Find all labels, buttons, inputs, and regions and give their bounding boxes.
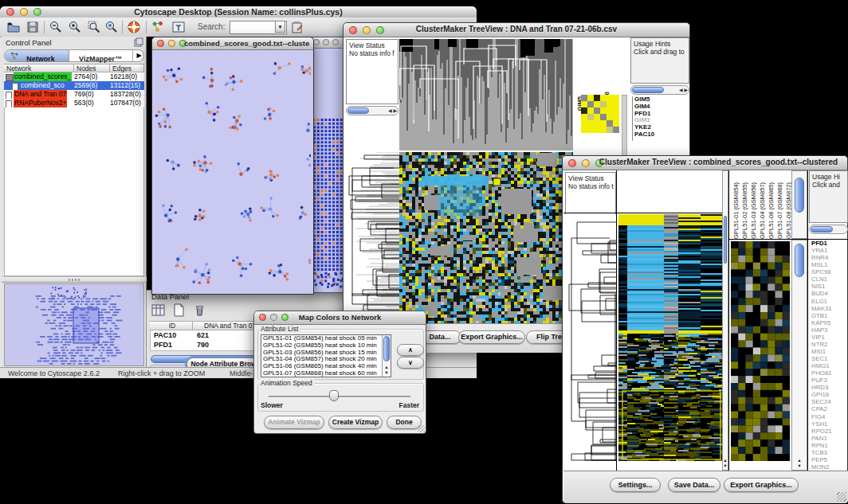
network-table-row[interactable]: RNAPuberNov2+563(0)107847(0): [4, 99, 144, 107]
tv2-gene-label[interactable]: BUD4: [811, 290, 848, 297]
tv1-zoom-cell[interactable]: [581, 101, 587, 107]
tv1-zoom-cell[interactable]: [613, 107, 619, 114]
export-graphics-button[interactable]: Export Graphics...: [724, 478, 799, 492]
tv1-usage-scrollbar[interactable]: [630, 85, 689, 95]
network-table-row[interactable]: DNA and Tran 07769(0)183728(0): [4, 90, 144, 99]
tv2-gene-label[interactable]: SEC1: [811, 355, 848, 362]
filter-window-icon[interactable]: [171, 20, 186, 34]
tv2-row-dendrogram[interactable]: [563, 214, 616, 461]
tv1-zoom-cell[interactable]: [613, 101, 619, 107]
tv2-gene-label[interactable]: GPI16: [811, 391, 848, 398]
tv1-zoom-cell[interactable]: [607, 95, 613, 101]
animation-slider-track[interactable]: [269, 396, 410, 398]
tv1-row-dendrogram[interactable]: [346, 152, 399, 323]
tv2-column-label[interactable]: GPL51-06 (GSM865): [768, 182, 775, 239]
resize-grip[interactable]: [418, 425, 425, 432]
delete-attribute-icon[interactable]: [193, 303, 206, 317]
search-dropdown-button[interactable]: ▼: [275, 21, 285, 33]
tv1-zoom-cell[interactable]: [600, 120, 607, 127]
tv2-gene-label[interactable]: MON2: [811, 463, 848, 471]
tv1-zoom-cell[interactable]: [594, 101, 600, 107]
tv1-zoom-cell[interactable]: [600, 95, 607, 101]
tv1-row-labels[interactable]: GIM5GIM4PFD1GIM3YKE2PAC10: [632, 96, 692, 141]
tv2-gene-label[interactable]: MSL1: [811, 261, 848, 268]
tv2-column-tree-area[interactable]: [617, 170, 722, 213]
tv2-gene-label[interactable]: SPC98: [811, 268, 848, 275]
tv2-gene-label[interactable]: SEC24: [811, 398, 848, 405]
tv2-gene-list[interactable]: PFD1YRA1RNR4MSL1SPC98CLN1NIS1BUD4ELG1MAK…: [810, 240, 848, 471]
tv1-zoom-cell[interactable]: [581, 120, 587, 127]
animate-vizmap-button[interactable]: Animate Vizmap: [264, 416, 324, 429]
tv2-gene-label[interactable]: CPA2: [811, 405, 848, 412]
tv2-genes-vscrollbar[interactable]: [791, 240, 807, 471]
network-overview-panel[interactable]: [4, 283, 144, 366]
tv1-zoom-cell[interactable]: [607, 127, 613, 133]
tv2-gene-label[interactable]: PAN1: [811, 435, 848, 442]
move-down-button[interactable]: ∨: [397, 357, 424, 369]
tv1-zoom-cell[interactable]: [581, 114, 587, 120]
tab-network[interactable]: Network: [5, 50, 69, 61]
move-up-button[interactable]: ∧: [397, 344, 424, 356]
zoom-window-icon[interactable]: [332, 39, 339, 45]
tv1-zoom-cell[interactable]: [581, 127, 587, 133]
column-header-nodes[interactable]: Nodes: [74, 64, 110, 72]
tv1-zoom-cell[interactable]: [587, 107, 594, 114]
main-titlebar[interactable]: Cytoscape Desktop (Session Name: collins…: [0, 6, 477, 18]
tv2-gene-label[interactable]: HAP3: [811, 326, 848, 334]
tv2-gene-label[interactable]: FIG4: [811, 413, 848, 420]
animation-slider-thumb[interactable]: [329, 390, 339, 401]
open-folder-icon[interactable]: [6, 20, 21, 34]
tv2-column-label[interactable]: GPL51-02 (GSM855): [741, 182, 748, 239]
network-canvas[interactable]: [153, 50, 311, 292]
attribute-list-vscrollbar[interactable]: [382, 335, 391, 377]
minimize-icon[interactable]: [323, 39, 329, 45]
settings-button[interactable]: Settings...: [610, 478, 661, 492]
tv2-gene-label[interactable]: PFD1: [811, 240, 848, 247]
tv1-zoom-cell[interactable]: [594, 95, 600, 101]
tv2-usage-scrollbar[interactable]: [809, 225, 848, 234]
tv1-zoom-cell[interactable]: [613, 95, 619, 101]
tv1-zoom-cell[interactable]: [600, 101, 607, 107]
treeview2-titlebar[interactable]: ClusterMaker TreeView : combined_scores_…: [563, 156, 847, 170]
tv1-zoom-cell[interactable]: [607, 101, 613, 107]
float-panel-icon[interactable]: [134, 37, 143, 47]
minimize-icon[interactable]: [582, 159, 590, 167]
tv1-zoom-cell[interactable]: [587, 101, 594, 107]
minimize-icon[interactable]: [168, 40, 175, 47]
tv2-gene-label[interactable]: PHO81: [811, 369, 848, 377]
tv1-zoom-cell[interactable]: [600, 114, 607, 120]
save-data-button[interactable]: Save Data...: [668, 478, 720, 492]
tv2-column-label[interactable]: GPL51-01 (GSM854): [732, 182, 740, 239]
network-overview-canvas[interactable]: [5, 284, 143, 365]
column-header-network[interactable]: Network: [4, 64, 74, 72]
column-header-edges[interactable]: Edges: [110, 64, 144, 72]
tv2-gene-label[interactable]: PEP5: [811, 456, 848, 463]
export-graphics-button[interactable]: Export Graphics...: [458, 330, 525, 344]
tv1-column-dendrogram[interactable]: [399, 39, 573, 150]
tv2-gene-label[interactable]: KAP95: [811, 319, 848, 326]
dialog-titlebar[interactable]: Map Colors to Network: [254, 311, 426, 325]
tv1-zoom-cell[interactable]: [594, 107, 600, 114]
tv2-gene-label[interactable]: MAK31: [811, 305, 848, 312]
tv2-gene-label[interactable]: YSH1: [811, 420, 848, 428]
tv2-labels-vscrollbar[interactable]: [791, 170, 807, 239]
tv2-heatmap-canvas[interactable]: [618, 214, 722, 461]
tv2-gene-label[interactable]: HRD3: [811, 384, 848, 391]
tv1-zoom-cell[interactable]: [594, 114, 600, 120]
panel-divider-handle[interactable]: [2, 276, 147, 283]
annotation-tool-icon[interactable]: [290, 20, 304, 34]
tv1-zoom-cell[interactable]: [594, 127, 600, 133]
treeview1-titlebar[interactable]: ClusterMaker TreeView : DNA and Tran 07-…: [344, 23, 689, 37]
tv1-scroll-strip[interactable]: [622, 95, 627, 156]
tv1-zoom-cell[interactable]: [613, 114, 619, 120]
tv2-zoom-heatmap[interactable]: [731, 241, 790, 461]
tv1-zoom-cell[interactable]: [613, 120, 619, 127]
tv2-gene-label[interactable]: YRA1: [811, 247, 848, 254]
tv1-status-scrollbar[interactable]: [346, 106, 398, 115]
tv2-gene-label[interactable]: HMG1: [811, 362, 848, 369]
network-window-titlebar[interactable]: combined_scores_good.txt--cluste...: [152, 37, 313, 50]
tv2-gene-label[interactable]: NTR2: [811, 341, 848, 348]
new-attribute-icon[interactable]: [172, 303, 186, 317]
zoom-in-icon[interactable]: [68, 20, 82, 34]
tv1-zoom-cell[interactable]: [607, 107, 613, 114]
